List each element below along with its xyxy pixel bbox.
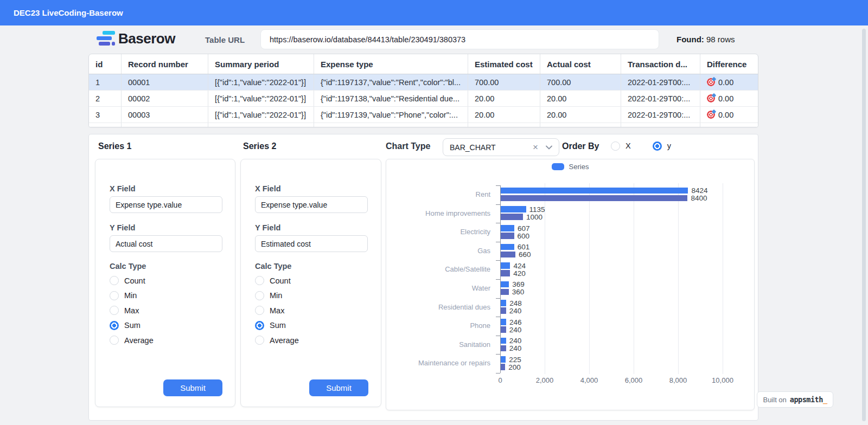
built-on-appsmith-badge[interactable]: Built on appsmith_ <box>757 391 833 408</box>
radio-button-icon[interactable] <box>110 306 119 315</box>
radio-button-icon[interactable] <box>255 321 264 330</box>
series1-calc-option-sum[interactable]: Sum <box>110 318 154 333</box>
table-cell: 00002 <box>122 91 208 106</box>
chart-type-label: Chart Type <box>386 141 430 151</box>
chart-bar[interactable] <box>501 214 523 220</box>
series1-calc-type-group: CountMinMaxSumAverage <box>110 273 154 348</box>
chart-bar[interactable] <box>501 233 514 239</box>
series1-calc-option-min[interactable]: Min <box>110 288 154 304</box>
radio-button-icon[interactable] <box>611 141 620 151</box>
table-cell <box>621 123 700 127</box>
chart-bar[interactable] <box>501 356 506 363</box>
order-by-option-x[interactable]: X <box>611 140 631 151</box>
radio-button-icon[interactable] <box>255 336 264 345</box>
column-header-record-number[interactable]: Record number <box>122 54 208 74</box>
series1-calc-option-count[interactable]: Count <box>110 273 154 288</box>
table-cell: 700.00 <box>468 74 540 90</box>
radio-option-label: Min <box>270 291 282 300</box>
chart-bar[interactable] <box>501 270 510 276</box>
series1-x-field-input[interactable] <box>110 196 222 213</box>
radio-button-icon[interactable] <box>110 336 119 345</box>
series2-calc-type-label: Calc Type <box>255 262 291 271</box>
chart-type-select[interactable]: BAR_CHART × <box>443 138 559 156</box>
chart-bar[interactable] <box>501 326 506 333</box>
series2-x-field-label: X Field <box>255 184 281 193</box>
bar-value-label: 240 <box>509 337 522 345</box>
series1-y-field-input[interactable] <box>110 235 222 252</box>
chart-bar[interactable] <box>501 281 509 288</box>
baserow-logo-icon <box>97 31 115 48</box>
table-cell <box>89 123 122 127</box>
chart-bar[interactable] <box>501 195 687 202</box>
radio-button-icon[interactable] <box>110 276 119 285</box>
chart-bar[interactable] <box>501 300 506 306</box>
table-row[interactable]: 100001[{"id":1,"value":"2022-01"}]{"id":… <box>89 74 758 91</box>
y-axis-tick <box>496 204 500 205</box>
chart-bar[interactable] <box>501 225 514 231</box>
table-row[interactable]: 300003[{"id":1,"value":"2022-01"}]{"id":… <box>89 107 758 123</box>
table-row[interactable]: 200002[{"id":1,"value":"2022-01"}]{"id":… <box>89 91 758 107</box>
series2-y-field-input[interactable] <box>255 235 368 252</box>
series2-calc-option-min[interactable]: Min <box>255 288 299 304</box>
series1-calc-option-average[interactable]: Average <box>110 333 154 348</box>
chart-bar[interactable] <box>501 345 506 352</box>
radio-button-icon[interactable] <box>255 276 264 285</box>
app-title: DEC23 LiveCoding-Baserow <box>14 0 123 25</box>
category-label: Phone <box>386 317 496 336</box>
y-axis-tick <box>496 336 500 336</box>
table-cell: 20.00 <box>540 107 621 123</box>
chart-bar[interactable] <box>501 307 506 314</box>
series1-submit-button[interactable]: Submit <box>163 379 222 396</box>
series2-calc-option-max[interactable]: Max <box>255 303 299 318</box>
chart-bar[interactable] <box>501 289 509 295</box>
column-header-actual-cost[interactable]: Actual cost <box>540 54 621 74</box>
category-label: Rent <box>386 185 496 204</box>
radio-button-icon[interactable] <box>255 291 264 300</box>
column-header-estimated-cost[interactable]: Estimated cost <box>468 54 540 74</box>
table-cell: [{"id":1,"value":"2022-01"}] <box>208 107 314 123</box>
chart-bar[interactable] <box>501 188 688 194</box>
x-axis-tick-label: 10,000 <box>712 376 733 384</box>
series1-y-field-label: Y Field <box>110 223 135 232</box>
table-url-input[interactable] <box>260 29 659 49</box>
radio-button-icon[interactable] <box>110 321 119 330</box>
column-header-transaction-d-[interactable]: Transaction d... <box>621 54 700 74</box>
bar-value-label: 246 <box>509 318 522 326</box>
series2-submit-button[interactable]: Submit <box>309 379 368 396</box>
bar-value-label: 600 <box>518 232 530 240</box>
difference-value: 0.00 <box>718 94 733 103</box>
x-axis-tick-label: 6,000 <box>625 376 643 384</box>
column-header-summary-period[interactable]: Summary period <box>208 54 314 74</box>
series1-calc-option-max[interactable]: Max <box>110 303 154 318</box>
chart-bar[interactable] <box>501 262 510 269</box>
chart-bar[interactable] <box>501 364 505 370</box>
chart-bar[interactable] <box>501 244 514 250</box>
chart-bar[interactable] <box>501 338 506 344</box>
radio-button-icon[interactable] <box>255 306 264 315</box>
chart-bar[interactable] <box>501 252 515 258</box>
radio-option-label: Count <box>270 276 291 285</box>
series2-calc-option-sum[interactable]: Sum <box>255 318 299 333</box>
radio-option-label: Sum <box>124 321 141 330</box>
order-by-option-y[interactable]: y <box>653 140 671 151</box>
series2-x-field-input[interactable] <box>255 196 368 213</box>
table-cell: 3 <box>89 107 122 123</box>
bar-value-label: 420 <box>513 269 526 278</box>
column-header-id[interactable]: id <box>89 54 122 74</box>
radio-button-icon[interactable] <box>110 291 119 300</box>
table-cell <box>700 123 758 127</box>
column-header-expense-type[interactable]: Expense type <box>314 54 468 74</box>
table-cell <box>314 123 468 127</box>
column-header-difference[interactable]: Difference <box>700 54 758 74</box>
series2-calc-option-count[interactable]: Count <box>255 273 299 288</box>
vertical-scrollbar[interactable] <box>862 29 866 421</box>
records-table: idRecord numberSummary periodExpense typ… <box>88 54 758 127</box>
chart-bar[interactable] <box>501 319 506 325</box>
radio-button-icon[interactable] <box>653 141 662 151</box>
chevron-down-icon[interactable] <box>546 145 552 150</box>
bar-chart: Series 02,0004,0006,0008,00010,000Rent84… <box>386 159 755 410</box>
series2-calc-option-average[interactable]: Average <box>255 333 299 348</box>
chart-bar[interactable] <box>501 206 526 212</box>
radio-option-label: Min <box>124 291 137 300</box>
clear-selection-icon[interactable]: × <box>533 143 538 152</box>
